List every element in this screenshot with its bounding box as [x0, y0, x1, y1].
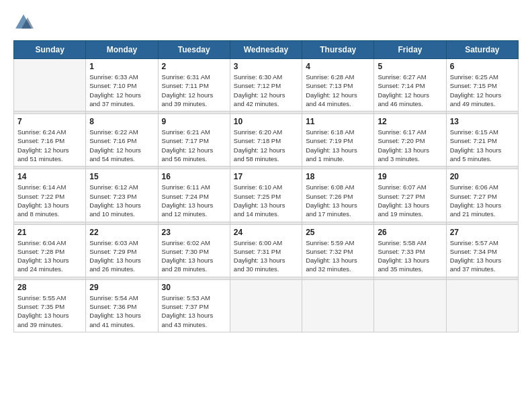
calendar-cell: 14Sunrise: 6:14 AM Sunset: 7:22 PM Dayli… — [14, 169, 86, 222]
calendar-cell: 29Sunrise: 5:54 AM Sunset: 7:36 PM Dayli… — [86, 279, 158, 332]
day-number: 3 — [234, 62, 298, 71]
calendar-cell: 18Sunrise: 6:08 AM Sunset: 7:26 PM Dayli… — [302, 169, 374, 222]
calendar-cell: 1Sunrise: 6:33 AM Sunset: 7:10 PM Daylig… — [86, 59, 158, 111]
day-number: 10 — [234, 117, 298, 126]
calendar-cell: 21Sunrise: 6:04 AM Sunset: 7:28 PM Dayli… — [14, 224, 86, 277]
calendar-cell: 30Sunrise: 5:53 AM Sunset: 7:37 PM Dayli… — [158, 279, 230, 332]
calendar-cell: 15Sunrise: 6:12 AM Sunset: 7:23 PM Dayli… — [86, 169, 158, 222]
day-number: 29 — [89, 283, 154, 292]
day-info: Sunrise: 6:10 AM Sunset: 7:25 PM Dayligh… — [234, 183, 298, 218]
calendar-cell: 4Sunrise: 6:28 AM Sunset: 7:13 PM Daylig… — [302, 59, 374, 111]
calendar-cell — [14, 59, 86, 111]
calendar-week-2: 7Sunrise: 6:24 AM Sunset: 7:16 PM Daylig… — [14, 114, 519, 167]
day-number: 26 — [378, 228, 442, 237]
day-info: Sunrise: 6:02 AM Sunset: 7:30 PM Dayligh… — [162, 238, 226, 274]
day-info: Sunrise: 6:08 AM Sunset: 7:26 PM Dayligh… — [306, 183, 370, 218]
day-number: 27 — [450, 228, 515, 237]
day-number: 30 — [162, 283, 226, 292]
logo — [13, 13, 36, 34]
day-info: Sunrise: 6:33 AM Sunset: 7:10 PM Dayligh… — [89, 73, 154, 108]
calendar-cell: 19Sunrise: 6:07 AM Sunset: 7:27 PM Dayli… — [374, 169, 446, 222]
day-info: Sunrise: 5:53 AM Sunset: 7:37 PM Dayligh… — [162, 293, 226, 329]
day-info: Sunrise: 5:58 AM Sunset: 7:33 PM Dayligh… — [378, 238, 442, 274]
day-number: 20 — [450, 172, 515, 181]
day-info: Sunrise: 6:12 AM Sunset: 7:23 PM Dayligh… — [89, 183, 154, 218]
day-info: Sunrise: 6:03 AM Sunset: 7:29 PM Dayligh… — [89, 238, 154, 274]
day-info: Sunrise: 6:07 AM Sunset: 7:27 PM Dayligh… — [378, 183, 442, 218]
calendar-cell: 10Sunrise: 6:20 AM Sunset: 7:18 PM Dayli… — [230, 114, 302, 167]
day-number: 8 — [89, 117, 154, 126]
calendar-cell — [374, 279, 446, 332]
day-info: Sunrise: 6:27 AM Sunset: 7:14 PM Dayligh… — [378, 73, 442, 108]
day-info: Sunrise: 6:14 AM Sunset: 7:22 PM Dayligh… — [17, 183, 82, 218]
day-info: Sunrise: 6:06 AM Sunset: 7:27 PM Dayligh… — [450, 183, 515, 218]
day-info: Sunrise: 5:59 AM Sunset: 7:32 PM Dayligh… — [306, 238, 370, 274]
calendar-cell: 5Sunrise: 6:27 AM Sunset: 7:14 PM Daylig… — [374, 59, 446, 111]
day-number: 14 — [17, 172, 82, 181]
calendar-cell: 22Sunrise: 6:03 AM Sunset: 7:29 PM Dayli… — [86, 224, 158, 277]
day-number: 24 — [234, 228, 298, 237]
day-number: 18 — [306, 172, 370, 181]
calendar-cell: 8Sunrise: 6:22 AM Sunset: 7:16 PM Daylig… — [86, 114, 158, 167]
weekday-header-friday: Friday — [374, 41, 446, 59]
calendar-cell — [302, 279, 374, 332]
weekday-header-row: SundayMondayTuesdayWednesdayThursdayFrid… — [14, 41, 519, 59]
day-number: 9 — [162, 117, 226, 126]
day-info: Sunrise: 6:11 AM Sunset: 7:24 PM Dayligh… — [162, 183, 226, 218]
calendar-week-4: 21Sunrise: 6:04 AM Sunset: 7:28 PM Dayli… — [14, 224, 519, 277]
day-info: Sunrise: 6:24 AM Sunset: 7:16 PM Dayligh… — [17, 128, 82, 163]
calendar-week-1: 1Sunrise: 6:33 AM Sunset: 7:10 PM Daylig… — [14, 59, 519, 111]
day-number: 13 — [450, 117, 515, 126]
calendar-cell: 17Sunrise: 6:10 AM Sunset: 7:25 PM Dayli… — [230, 169, 302, 222]
calendar-cell: 11Sunrise: 6:18 AM Sunset: 7:19 PM Dayli… — [302, 114, 374, 167]
day-info: Sunrise: 6:25 AM Sunset: 7:15 PM Dayligh… — [450, 73, 515, 108]
day-info: Sunrise: 6:15 AM Sunset: 7:21 PM Dayligh… — [450, 128, 515, 163]
calendar-cell: 9Sunrise: 6:21 AM Sunset: 7:17 PM Daylig… — [158, 114, 230, 167]
day-number: 19 — [378, 172, 442, 181]
day-number: 17 — [234, 172, 298, 181]
day-info: Sunrise: 6:28 AM Sunset: 7:13 PM Dayligh… — [306, 73, 370, 108]
calendar-cell — [446, 279, 518, 332]
calendar-cell: 25Sunrise: 5:59 AM Sunset: 7:32 PM Dayli… — [302, 224, 374, 277]
weekday-header-saturday: Saturday — [446, 41, 518, 59]
day-number: 12 — [378, 117, 442, 126]
day-info: Sunrise: 6:31 AM Sunset: 7:11 PM Dayligh… — [162, 73, 226, 108]
day-info: Sunrise: 6:17 AM Sunset: 7:20 PM Dayligh… — [378, 128, 442, 163]
day-info: Sunrise: 5:57 AM Sunset: 7:34 PM Dayligh… — [450, 238, 515, 274]
day-number: 11 — [306, 117, 370, 126]
day-number: 2 — [162, 62, 226, 71]
logo-icon — [13, 13, 34, 34]
day-info: Sunrise: 6:18 AM Sunset: 7:19 PM Dayligh… — [306, 128, 370, 163]
calendar-week-5: 28Sunrise: 5:55 AM Sunset: 7:35 PM Dayli… — [14, 279, 519, 332]
calendar-cell: 24Sunrise: 6:00 AM Sunset: 7:31 PM Dayli… — [230, 224, 302, 277]
day-number: 6 — [450, 62, 515, 71]
weekday-header-thursday: Thursday — [302, 41, 374, 59]
day-number: 22 — [89, 228, 154, 237]
day-info: Sunrise: 6:21 AM Sunset: 7:17 PM Dayligh… — [162, 128, 226, 163]
calendar-cell: 2Sunrise: 6:31 AM Sunset: 7:11 PM Daylig… — [158, 59, 230, 111]
calendar-cell: 7Sunrise: 6:24 AM Sunset: 7:16 PM Daylig… — [14, 114, 86, 167]
calendar-cell: 3Sunrise: 6:30 AM Sunset: 7:12 PM Daylig… — [230, 59, 302, 111]
day-number: 1 — [89, 62, 154, 71]
calendar-table: SundayMondayTuesdayWednesdayThursdayFrid… — [13, 40, 519, 332]
calendar-cell: 26Sunrise: 5:58 AM Sunset: 7:33 PM Dayli… — [374, 224, 446, 277]
calendar-cell: 16Sunrise: 6:11 AM Sunset: 7:24 PM Dayli… — [158, 169, 230, 222]
calendar-cell — [230, 279, 302, 332]
calendar-week-3: 14Sunrise: 6:14 AM Sunset: 7:22 PM Dayli… — [14, 169, 519, 222]
day-number: 4 — [306, 62, 370, 71]
weekday-header-wednesday: Wednesday — [230, 41, 302, 59]
day-number: 7 — [17, 117, 82, 126]
calendar-cell: 20Sunrise: 6:06 AM Sunset: 7:27 PM Dayli… — [446, 169, 518, 222]
day-number: 16 — [162, 172, 226, 181]
calendar-cell: 13Sunrise: 6:15 AM Sunset: 7:21 PM Dayli… — [446, 114, 518, 167]
day-info: Sunrise: 6:04 AM Sunset: 7:28 PM Dayligh… — [17, 238, 82, 274]
calendar-cell: 6Sunrise: 6:25 AM Sunset: 7:15 PM Daylig… — [446, 59, 518, 111]
weekday-header-monday: Monday — [86, 41, 158, 59]
day-number: 23 — [162, 228, 226, 237]
day-info: Sunrise: 6:00 AM Sunset: 7:31 PM Dayligh… — [234, 238, 298, 274]
day-info: Sunrise: 6:20 AM Sunset: 7:18 PM Dayligh… — [234, 128, 298, 163]
calendar-cell: 23Sunrise: 6:02 AM Sunset: 7:30 PM Dayli… — [158, 224, 230, 277]
day-info: Sunrise: 6:22 AM Sunset: 7:16 PM Dayligh… — [89, 128, 154, 163]
day-info: Sunrise: 5:55 AM Sunset: 7:35 PM Dayligh… — [17, 293, 82, 329]
day-info: Sunrise: 6:30 AM Sunset: 7:12 PM Dayligh… — [234, 73, 298, 108]
